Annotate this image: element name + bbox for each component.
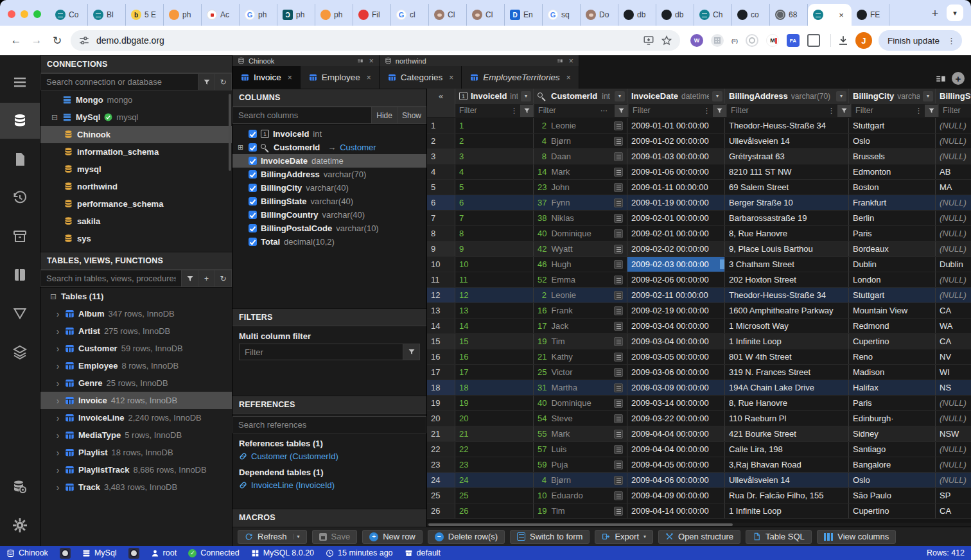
cell-customerid[interactable]: 42 Wyatt — [534, 241, 627, 256]
cell-invoicedate[interactable]: 2009-02-19 00:00:00 — [627, 303, 725, 318]
cell-billingcity[interactable]: Sidney — [849, 426, 936, 441]
cell-billingstate[interactable]: NSW — [936, 426, 971, 441]
filters-section-header[interactable]: FILTERS — [232, 308, 426, 326]
expand-arrow-icon[interactable]: › — [55, 396, 61, 406]
cell-billingaddress[interactable]: 801 W 4th Street — [725, 349, 849, 364]
browser-tab[interactable]: Bl × — [88, 4, 126, 26]
browser-tab[interactable]: × — [808, 4, 852, 26]
file-tab[interactable]: Employee × — [301, 66, 380, 89]
column-item[interactable]: BillingPostalCode varchar(10) — [232, 222, 426, 235]
browser-tab[interactable]: 68 × — [770, 4, 808, 26]
cell-billingcity[interactable]: Oslo — [849, 134, 936, 148]
cell-invoicedate[interactable]: 2009-01-06 00:00:00 — [627, 164, 725, 179]
plugins-icon[interactable] — [0, 257, 40, 293]
cell-billingcity[interactable]: Frankfurt — [849, 195, 936, 210]
extension-icon[interactable]: M — [766, 34, 779, 47]
column-filter-input[interactable] — [538, 106, 593, 115]
connections-icon[interactable] — [0, 103, 40, 139]
export-button[interactable]: Export ▾ — [595, 530, 653, 544]
scrollbar-thumb[interactable] — [428, 523, 733, 526]
table-row[interactable]: 23 23 59 Puja 2009-04-05 00:00:00 3,Raj … — [427, 457, 971, 473]
expand-icon[interactable]: ⊞ — [236, 143, 245, 152]
cell-billingcity[interactable]: Paris — [849, 396, 936, 410]
browser-tab[interactable]: ph × — [164, 4, 202, 26]
cell-invoicedate[interactable]: 2009-01-01 00:00:00 — [627, 118, 725, 133]
column-checkbox[interactable] — [249, 238, 257, 246]
column-menu-button[interactable]: ▾ — [836, 91, 846, 101]
minimize-window-button[interactable] — [21, 10, 28, 18]
browser-tab[interactable]: Fil × — [353, 4, 391, 26]
refresh-icon[interactable]: ↻ — [215, 73, 232, 91]
bookmark-star-icon[interactable] — [661, 35, 672, 46]
column-filter-input[interactable] — [731, 106, 825, 115]
browser-tab[interactable]: Cl × — [467, 4, 505, 26]
cell-customerid[interactable]: 4 Bjørn — [534, 473, 627, 487]
cell-customerid[interactable]: 14 Mark — [534, 164, 627, 179]
cell-billingaddress[interactable]: Berger Straße 10 — [725, 195, 849, 210]
cell-invoiceid[interactable]: 1 — [455, 118, 534, 133]
table-row[interactable]: 24 24 4 Bjørn 2009-04-06 00:00:00 Ullevå… — [427, 473, 971, 488]
cell-customerid[interactable]: 19 Tim — [534, 334, 627, 349]
filter-funnel-icon[interactable] — [615, 105, 627, 117]
cell-customerid[interactable]: 57 Luis — [534, 442, 627, 457]
cell-billingaddress[interactable]: 8, Rue Hanovre — [725, 226, 849, 241]
file-tab[interactable]: EmployeeTerritories × — [462, 66, 579, 89]
cell-invoiceid[interactable]: 23 — [455, 457, 534, 472]
column-menu-button[interactable]: ▾ — [521, 91, 531, 101]
cell-billingcity[interactable]: Bangalore — [849, 457, 936, 472]
profile-avatar[interactable]: J — [855, 32, 872, 49]
column-menu-button[interactable]: ▾ — [615, 91, 625, 101]
cell-invoiceid[interactable]: 13 — [455, 303, 534, 318]
browser-tab[interactable]: Ac × — [202, 4, 240, 26]
expand-arrow-icon[interactable]: › — [55, 482, 61, 493]
cell-invoiceid[interactable]: 5 — [455, 180, 534, 195]
view-columns-button[interactable]: View columns — [817, 530, 896, 544]
close-tab-icon[interactable]: × — [367, 73, 371, 82]
row-detail-icon[interactable] — [614, 291, 623, 300]
row-detail-icon[interactable] — [614, 353, 623, 362]
browser-tab[interactable]: ph × — [315, 4, 353, 26]
database-item[interactable]: sakila — [40, 213, 232, 230]
extension-icon[interactable]: FA — [787, 34, 800, 47]
filter-menu-icon[interactable]: ⋮ — [701, 107, 713, 115]
table-item[interactable]: › Customer 59 rows, InnoDB — [40, 340, 232, 357]
database-item[interactable]: performance_schema — [40, 195, 232, 213]
row-detail-icon[interactable] — [614, 121, 623, 130]
compare-layers-icon[interactable] — [0, 334, 40, 370]
cell-billingstate[interactable]: (NULL) — [936, 118, 971, 133]
grid-column-header[interactable]: InvoiceDate datetime ▾ — [627, 89, 725, 103]
add-icon[interactable]: + — [198, 270, 215, 287]
cell-billingaddress[interactable]: Ullevålsveien 14 — [725, 134, 849, 148]
status-profile[interactable]: default — [405, 548, 441, 557]
cell-invoiceid[interactable]: 6 — [455, 195, 534, 210]
table-row[interactable]: 4 4 14 Mark 2009-01-06 00:00:00 8210 111… — [427, 164, 971, 180]
table-row[interactable]: 22 22 57 Luis 2009-04-04 00:00:00 Calle … — [427, 442, 971, 457]
grid-column-header[interactable]: InvoiceId int ▾ — [455, 89, 534, 103]
cell-invoicedate[interactable]: 2009-04-09 00:00:00 — [627, 488, 725, 503]
cell-customerid[interactable]: 21 Kathy — [534, 349, 627, 364]
table-row[interactable]: 13 13 16 Frank 2009-02-19 00:00:00 1600 … — [427, 303, 971, 319]
cell-billingaddress[interactable]: 110 Raeburn Pl — [725, 411, 849, 426]
row-detail-icon[interactable] — [614, 137, 623, 146]
cell-billingcity[interactable]: Berlin — [849, 211, 936, 225]
column-item[interactable]: BillingAddress varchar(70) — [232, 168, 426, 181]
cell-customerid[interactable]: 40 Dominique — [534, 226, 627, 241]
cell-billingstate[interactable]: (NULL) — [936, 457, 971, 472]
cell-billingcity[interactable]: Oslo — [849, 473, 936, 487]
column-checkbox[interactable] — [249, 170, 257, 179]
filter-menu-icon[interactable]: ⋮ — [825, 107, 837, 115]
filter-menu-icon[interactable]: ⋮ — [913, 107, 925, 115]
reference-customer-link[interactable]: Customer (CustomerId) — [232, 450, 426, 463]
query-designer-icon[interactable] — [0, 295, 40, 331]
table-row[interactable]: 1 1 2 Leonie 2009-01-01 00:00:00 Theodor… — [427, 118, 971, 134]
database-item[interactable]: northwind — [40, 178, 232, 195]
table-row[interactable]: 10 10 46 Hugh 2009-02-03 00:00:00 3 Chat… — [427, 257, 971, 272]
expand-arrow-icon[interactable]: › — [55, 309, 61, 319]
cell-invoicedate[interactable]: 2009-03-22 00:00:00 — [627, 411, 725, 426]
cell-billingaddress[interactable]: 319 N. Frances Street — [725, 365, 849, 380]
cell-invoicedate[interactable]: 2009-04-14 00:00:00 — [627, 503, 725, 518]
column-item[interactable]: InvoiceDate datetime — [232, 154, 426, 168]
cell-billingaddress[interactable]: 1 Microsoft Way — [725, 319, 849, 333]
cell-customerid[interactable]: 4 Bjørn — [534, 134, 627, 148]
grid-column-header[interactable]: BillingCity varchar(40) ▾ — [849, 89, 936, 103]
